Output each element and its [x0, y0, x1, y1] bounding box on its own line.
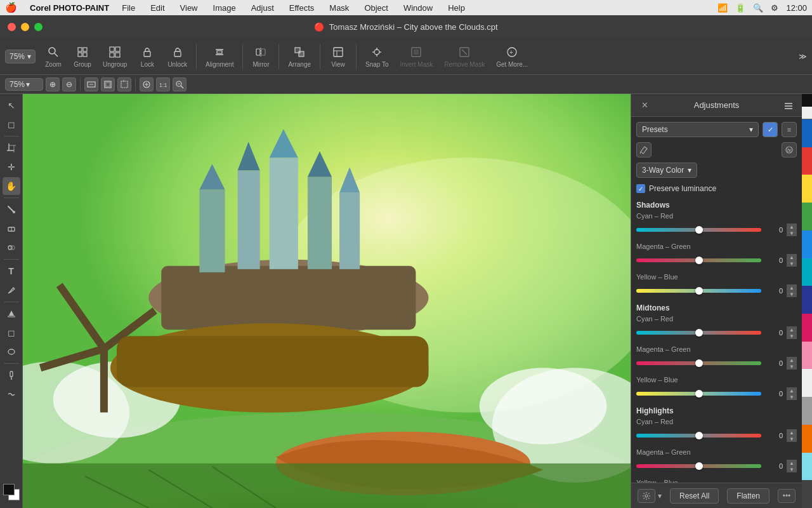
mid-cr-thumb[interactable] [695, 329, 703, 337]
reset-all-button[interactable]: Reset All [670, 488, 719, 504]
color-navy[interactable] [802, 286, 812, 314]
menu-file[interactable]: File [119, 2, 138, 14]
hi-cr-thumb[interactable] [695, 432, 703, 439]
fx-button[interactable]: fx [782, 142, 797, 157]
shadows-mg-stepper[interactable]: ▲ ▼ [787, 254, 797, 267]
toolbar-lock[interactable]: Lock [133, 42, 161, 70]
menu-effects[interactable]: Effects [287, 2, 317, 14]
hi-mg-stepper[interactable]: ▲ ▼ [787, 460, 797, 472]
toolbar-invert-mask[interactable]: Invert Mask [395, 42, 438, 70]
mid-yb-thumb[interactable] [695, 390, 703, 398]
zoom-100-button[interactable]: 1:1 [156, 77, 170, 91]
presets-check-button[interactable]: ✓ [763, 122, 778, 137]
mid-mg-thumb[interactable] [695, 359, 703, 367]
footer-settings-button[interactable] [638, 489, 655, 503]
menu-help[interactable]: Help [445, 2, 468, 14]
mid-mg-up[interactable]: ▲ [787, 357, 797, 363]
tool-paint-brush[interactable] [3, 201, 20, 218]
menu-mask[interactable]: Mask [327, 2, 351, 14]
presets-dropdown[interactable]: Presets ▾ [636, 122, 759, 137]
zoom-custom-button[interactable] [173, 77, 187, 91]
toolbar-zoom[interactable]: Zoom [39, 42, 67, 70]
tool-pan[interactable]: ✋ [3, 177, 20, 195]
mid-mg-down[interactable]: ▼ [787, 363, 797, 370]
toolbar-remove-mask[interactable]: Remove Mask [439, 42, 490, 70]
control-center-icon[interactable]: ⚙ [771, 3, 778, 13]
shadows-cr-track[interactable] [636, 228, 761, 232]
search-icon[interactable]: 🔍 [753, 3, 763, 13]
shadows-cr-thumb[interactable] [695, 226, 703, 234]
tool-eyedropper[interactable] [3, 366, 20, 384]
hi-cr-up[interactable]: ▲ [787, 429, 797, 436]
shadows-cr-down[interactable]: ▼ [787, 230, 797, 236]
tool-clone[interactable] [3, 239, 20, 257]
shadows-mg-thumb[interactable] [695, 257, 703, 264]
mid-cr-track[interactable] [636, 331, 761, 335]
shadows-yb-down[interactable]: ▼ [787, 291, 797, 297]
color-pink[interactable] [802, 342, 812, 370]
hi-mg-down[interactable]: ▼ [787, 466, 797, 472]
zoom-fit-page-button[interactable] [101, 77, 115, 91]
mid-cr-stepper[interactable]: ▲ ▼ [787, 326, 797, 339]
tool-pen[interactable] [3, 281, 20, 299]
zoom-fit-selection-button[interactable] [117, 77, 131, 91]
toolbar-arrange[interactable]: Arrange [283, 42, 316, 70]
color-orange[interactable] [802, 425, 812, 453]
mid-mg-track[interactable] [636, 361, 761, 365]
flatten-button[interactable]: Flatten [727, 488, 769, 504]
menu-edit[interactable]: Edit [148, 2, 167, 14]
tool-shape-select[interactable]: ◻ [3, 116, 20, 133]
color-yellow[interactable] [802, 175, 812, 203]
zoom-fit-width-button[interactable] [84, 77, 98, 91]
menu-view[interactable]: View [178, 2, 200, 14]
tool-rectangle[interactable]: ◻ [3, 324, 20, 342]
zoom-in-button[interactable]: ⊕ [46, 77, 60, 91]
color-dark-gray[interactable] [802, 480, 812, 508]
presets-menu-button[interactable]: ≡ [782, 122, 797, 137]
shadows-cr-up[interactable]: ▲ [787, 224, 797, 230]
color-black[interactable] [802, 94, 812, 107]
color-magenta[interactable] [802, 314, 812, 342]
zoom-percentage-selector[interactable]: 75% ▾ [5, 78, 43, 91]
color-green[interactable] [802, 203, 812, 231]
tool-transform[interactable]: ✛ [3, 158, 20, 176]
color-light[interactable] [802, 369, 812, 397]
mid-yb-up[interactable]: ▲ [787, 387, 797, 394]
artwork-canvas[interactable] [23, 94, 631, 508]
menu-adjust[interactable]: Adjust [249, 2, 277, 14]
color-cyan[interactable] [802, 258, 812, 286]
hi-cr-track[interactable] [636, 434, 761, 438]
toolbar-get-more[interactable]: + Get More... [491, 42, 533, 70]
color-light-cyan[interactable] [802, 453, 812, 481]
mid-mg-stepper[interactable]: ▲ ▼ [787, 357, 797, 370]
tool-eraser[interactable] [3, 220, 20, 237]
footer-more-button[interactable]: ••• [778, 489, 796, 503]
tool-smear[interactable] [3, 385, 20, 403]
toolbar-mirror[interactable]: Mirror [247, 42, 275, 70]
menu-object[interactable]: Object [362, 2, 391, 14]
toolbar-ungroup[interactable]: Ungroup [98, 42, 132, 70]
color-blue[interactable] [802, 231, 812, 258]
zoom-out-button[interactable]: ⊖ [62, 77, 76, 91]
apple-menu[interactable]: 🍎 [5, 2, 17, 13]
color-gray[interactable] [802, 397, 812, 425]
tool-select[interactable]: ↖ [3, 97, 20, 114]
canvas-area[interactable] [23, 94, 631, 508]
menu-window[interactable]: Window [401, 2, 435, 14]
tool-fill[interactable] [3, 305, 20, 323]
tool-ellipse[interactable] [3, 343, 20, 361]
panel-options-button[interactable] [782, 98, 796, 112]
color-red[interactable] [802, 147, 812, 175]
hi-cr-down[interactable]: ▼ [787, 436, 797, 442]
mid-cr-up[interactable]: ▲ [787, 326, 797, 333]
preserve-luminance-checkbox[interactable]: ✓ [636, 184, 645, 193]
toolbar-snap-to[interactable]: Snap To [360, 42, 394, 70]
close-panel-button[interactable]: ✕ [638, 98, 652, 112]
close-button[interactable] [8, 23, 16, 31]
mid-yb-track[interactable] [636, 392, 761, 396]
toolbar-expand[interactable]: ≫ [799, 52, 807, 61]
tool-text[interactable]: T [3, 262, 20, 280]
shadows-cr-stepper[interactable]: ▲ ▼ [787, 224, 797, 236]
shadows-yb-thumb[interactable] [695, 287, 703, 295]
color-white[interactable] [802, 107, 812, 119]
